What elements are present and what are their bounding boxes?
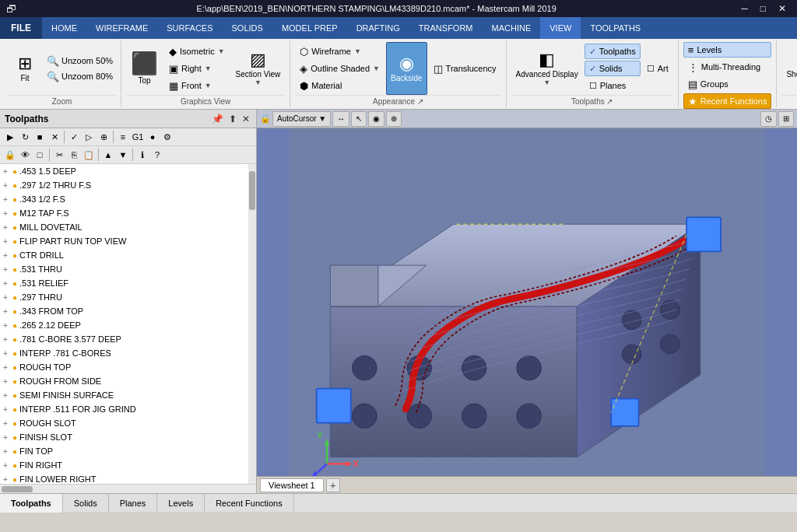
tab-toolpaths[interactable]: Toolpaths [0,494,63,513]
delete-button[interactable]: ✕ [47,130,61,144]
tree-item[interactable]: + ● .531 THRU [0,262,256,276]
panel-pin-button[interactable]: 📌 [210,114,225,124]
machine-menu[interactable]: MACHINE [483,17,541,39]
select-button[interactable]: ↖ [351,111,367,127]
tab-solids[interactable]: Solids [63,494,109,513]
model-prep-menu[interactable]: MODEL PREP [272,17,347,39]
tree-scrollbar[interactable] [248,164,256,484]
transform-menu[interactable]: TRANSFORM [409,17,483,39]
art-check-button[interactable]: ☐ Art [642,61,673,76]
backside-button[interactable]: ◉ Backside [386,42,427,95]
front-view-button[interactable]: ▦ Front ▼ [164,78,230,93]
tree-item[interactable]: + ● FIN RIGHT [0,458,256,472]
maximize-button[interactable]: □ [756,3,771,14]
tb-blank[interactable]: □ [33,148,47,162]
tree-item[interactable]: + ● SEMI FINISH SURFACE [0,388,256,402]
file-menu[interactable]: FILE [0,17,42,39]
tab-recent-functions[interactable]: Recent Functions [205,494,294,513]
viewport-option2[interactable]: ⊕ [386,111,402,127]
autocursor-button[interactable]: AutoCursor ▼ [272,111,331,127]
multi-threading-button[interactable]: ⋮ Multi-Threading [683,59,772,75]
panel-controls[interactable]: 📌 ⬆ ✕ [210,114,251,124]
show-axes-button[interactable]: ⊕ Show Axes ▼ [781,42,797,95]
toolpath-filter[interactable]: ● [146,130,160,144]
tree-item[interactable]: + ● FLIP PART RUN TOP VIEW [0,234,256,248]
surfaces-menu[interactable]: SURFACES [157,17,222,39]
tree-item[interactable]: + ● FIN TOP [0,444,256,458]
toolpath-tree[interactable]: + ● .453 1.5 DEEP + ● .297 1/2 THRU F.S … [0,164,256,484]
tree-item[interactable]: + ● .265 2.12 DEEP [0,318,256,332]
tree-item[interactable]: + ● INTERP .511 FOR JIG GRIND [0,402,256,416]
translucency-button[interactable]: ◫ Translucency [429,61,501,76]
fit-button[interactable]: ⊞ Fit [8,42,42,95]
collapse-all[interactable]: G1 [131,130,145,144]
right-view-button[interactable]: ▣ Right ▼ [164,61,230,76]
viewport-option1[interactable]: ◉ [368,111,384,127]
toolpaths-check-button[interactable]: ✓ Toolpaths [585,44,641,59]
tb-help[interactable]: ? [150,148,164,162]
panel-float-button[interactable]: ⬆ [227,114,238,124]
tree-item[interactable]: + ● CTR DRILL [0,248,256,262]
backplot-button[interactable]: ⊕ [97,130,111,144]
solids-check-button[interactable]: ✓ Solids [585,61,641,76]
tb-copy[interactable]: ⎘ [67,148,81,162]
isometric-button[interactable]: ◆ Isometric ▼ [164,44,230,59]
tb-up[interactable]: ▲ [101,148,115,162]
tb-paste[interactable]: 📋 [82,148,96,162]
add-viewsheet-button[interactable]: + [326,478,340,492]
viewsheet-1-tab[interactable]: Viewsheet 1 [260,478,324,492]
top-view-button[interactable]: ⬛ Top [126,42,163,95]
solids-menu[interactable]: SOLIDS [223,17,272,39]
wireframe-button[interactable]: ⬡ Wireframe ▼ [295,44,384,59]
home-menu[interactable]: HOME [42,17,86,39]
tb-cut[interactable]: ✂ [52,148,66,162]
unzoom50-button[interactable]: 🔍 Unzoom 50% [44,54,116,68]
wireframe-menu[interactable]: WIREFRAME [86,17,157,39]
tree-item[interactable]: + ● FINISH SLOT [0,430,256,444]
tb-eye[interactable]: 👁 [18,148,32,162]
regen-button[interactable]: ↻ [18,130,32,144]
view-option-zoom[interactable]: ⊞ [778,111,794,127]
panel-close-button[interactable]: ✕ [241,114,251,124]
verify-button[interactable]: ✓ [67,130,81,144]
view-option-right[interactable]: ◷ [760,111,777,127]
levels-button[interactable]: ≡ Levels [683,42,772,58]
section-view-button[interactable]: ▨ Section View ▼ [231,42,286,95]
outline-shaded-button[interactable]: ◈ Outline Shaded ▼ [295,61,384,76]
tree-item[interactable]: + ● .343 1/2 F.S [0,192,256,206]
recent-functions-button[interactable]: ★ Recent Functions [683,93,772,109]
post-button[interactable]: ■ [33,130,47,144]
tb-lock[interactable]: 🔒 [3,148,17,162]
simulate-button[interactable]: ▷ [82,130,96,144]
material-button[interactable]: ⬢ Material [295,78,384,93]
view-menu[interactable]: VIEW [540,17,581,39]
tree-item[interactable]: + ● .297 1/2 THRU F.S [0,178,256,192]
tb-down[interactable]: ▼ [116,148,130,162]
tree-item[interactable]: + ● .531 RELIEF [0,276,256,290]
tree-item[interactable]: + ● ROUGH TOP [0,360,256,374]
close-button[interactable]: ✕ [774,3,791,14]
tree-item[interactable]: + ● ROUGH FROM SIDE [0,374,256,388]
tb-info[interactable]: ℹ [135,148,149,162]
advanced-display-button[interactable]: ◧ Advanced Display ▼ [511,42,583,95]
tree-scroll-thumb[interactable] [249,171,255,210]
settings-btn[interactable]: ⚙ [160,130,174,144]
tab-planes[interactable]: Planes [109,494,158,513]
tree-item[interactable]: + ● MILL DOVETAIL [0,220,256,234]
expand-all[interactable]: ≡ [116,130,130,144]
unzoom80-button[interactable]: 🔍 Unzoom 80% [44,69,116,84]
tree-item[interactable]: + ● .297 THRU [0,290,256,304]
tree-item[interactable]: + ● .343 FROM TOP [0,304,256,318]
toolpaths-menu[interactable]: TOOLPATHS [581,17,650,39]
snap-button[interactable]: ↔ [332,111,349,127]
tree-item[interactable]: + ● M12 TAP F.S [0,206,256,220]
3d-viewport[interactable]: 🔒 AutoCursor ▼ ↔ ↖ ◉ ⊕ ◷ ⊞ [257,110,797,493]
tree-item[interactable]: + ● FIN LOWER RIGHT [0,472,256,484]
tree-item[interactable]: + ● .453 1.5 DEEP [0,164,256,178]
tab-levels[interactable]: Levels [157,494,205,513]
groups-button[interactable]: ▤ Groups [683,76,772,92]
tree-item[interactable]: + ● .781 C-BORE 3.577 DEEP [0,332,256,346]
toolpaths-expand-icon[interactable]: ↗ [606,97,613,106]
tree-item[interactable]: + ● INTERP .781 C-BORES [0,346,256,360]
minimize-button[interactable]: ─ [736,3,753,14]
